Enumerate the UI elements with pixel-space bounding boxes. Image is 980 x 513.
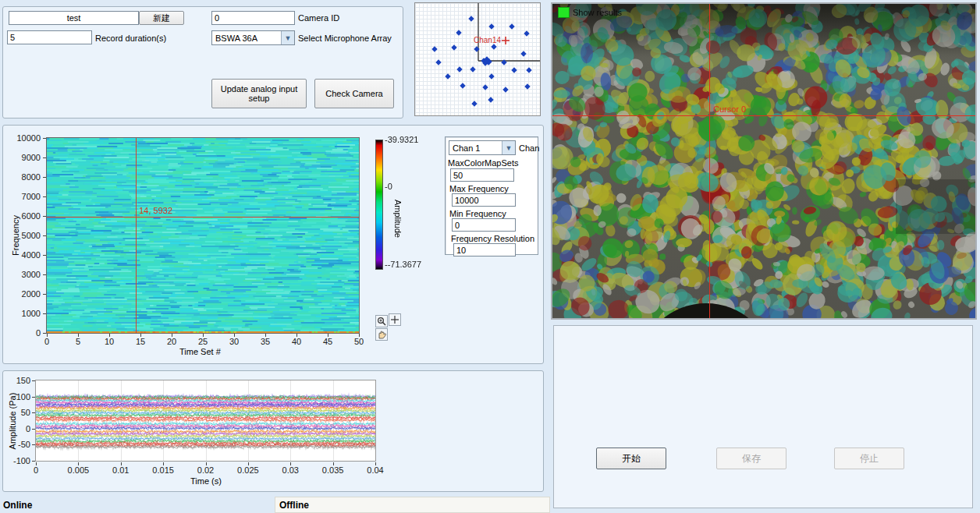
spectrogram-cursor-readout: 14, 5932 [139,206,172,215]
save-button[interactable]: 保存 [716,448,786,469]
frequency-resolution-input[interactable] [453,243,516,256]
pan-hand-tool-icon[interactable] [375,328,388,341]
waveform-y-tick-label: -100 [3,456,30,465]
colorbar-axis-label: Amplitude [393,200,403,238]
mic-point [520,51,526,56]
spectrogram-y-tick-label: 2000 [3,289,41,299]
mic-point [502,87,508,92]
spectrogram-y-tick-label: 9000 [3,153,41,162]
amplitude-colorbar [375,140,383,270]
spectrogram-image[interactable] [47,138,359,333]
mic-point [509,23,514,29]
camera-view[interactable]: Cursor 0 Show results [551,2,977,320]
max-colormap-input[interactable] [450,168,514,182]
frequency-resolution-label: Frequency Resolution [451,234,534,243]
spectrogram-x-tick-label: 0 [35,337,59,346]
check-camera-button[interactable]: Check Camera [314,79,394,108]
mic-point [488,97,493,102]
camera-cursor-vline[interactable] [709,4,710,318]
mic-point [488,73,494,79]
chevron-down-icon[interactable]: ▼ [281,31,294,44]
waveform-plot[interactable] [36,380,375,461]
start-button[interactable]: 开始 [596,448,666,469]
spectrogram-y-tick [43,313,46,314]
mic-point [470,66,475,72]
waveform-y-axis-label: Amplitude (Pa) [8,390,17,452]
max-frequency-input[interactable] [452,193,516,207]
spectrogram-y-tick [43,294,46,295]
spectrogram-x-tick-label: 5 [66,337,90,346]
channel-controls-box: Chan 1 ▼ Chan MaxColorMapSets Max Freque… [445,136,538,255]
waveform-y-tick [32,380,35,381]
spectrogram-x-tick [359,334,360,337]
waveform-x-tick-label: 0.01 [105,465,137,475]
camera-cursor-hline[interactable] [552,115,975,116]
crosshair-tool-icon[interactable] [389,313,401,326]
waveform-x-tick-label: 0.005 [62,465,94,475]
update-analog-input-button[interactable]: Update analog input setup [211,79,307,108]
waveform-x-tick-label: 0.02 [190,465,222,475]
spectrogram-x-tick [234,334,235,337]
spectrogram-x-tick-label: 35 [254,337,277,346]
max-frequency-label: Max Frequency [449,184,509,193]
spectrogram-y-tick [43,177,46,178]
show-results-indicator[interactable] [558,7,570,18]
min-frequency-input[interactable] [452,218,516,232]
mic-point [431,46,437,51]
spectrogram-y-tick [43,333,46,334]
spectrogram-x-tick [265,334,266,337]
channel-dropdown[interactable]: Chan 1 ▼ [449,140,516,155]
waveform-x-tick-label: 0 [20,465,51,475]
camera-id-input[interactable] [211,11,295,25]
spectrogram-y-tick [43,138,46,139]
mic-array-plot[interactable]: Chan14 [414,2,541,116]
spectrogram-y-tick [43,255,46,256]
spectrogram-x-tick [78,334,79,337]
new-session-button[interactable]: 新建 [139,11,184,25]
chevron-down-icon[interactable]: ▼ [502,141,515,154]
acoustic-camera-app: { "setup_panel": { "session_value": "tes… [0,0,980,513]
spectrogram-x-tick [172,334,172,337]
spectrogram-x-tick [203,334,204,337]
spectrogram-y-tick [43,274,46,275]
stop-button[interactable]: 停止 [834,448,904,469]
waveform-y-tick-label: 150 [3,376,30,385]
waveform-y-tick [32,397,35,398]
offline-status-strip: Offline [275,497,550,513]
mic-point [524,30,529,36]
waveform-x-tick-label: 0.04 [360,465,391,475]
zoom-tool-icon[interactable] [375,315,388,327]
channel-dropdown-value: Chan 1 [449,143,502,154]
spectrogram-y-tick-label: 4000 [3,250,41,260]
waveform-x-tick [206,462,207,465]
waveform-y-tick [32,461,35,462]
spectrogram-x-tick-label: 15 [129,337,152,346]
mic-array-value: BSWA 36A [212,33,281,44]
waveform-x-tick-label: 0.03 [275,465,306,475]
mic-point [468,16,474,21]
spectrogram-x-tick [140,334,141,337]
mic-array-scatter: Chan14 [415,3,540,115]
colorbar-min-label: --71.3677 [385,260,421,269]
mic-cursor-label: Chan14 [474,36,501,44]
colorbar-mid-label: -0 [385,182,392,191]
mic-point [524,83,530,89]
spectrogram-x-tick [328,334,328,337]
online-status-label: Online [3,500,32,511]
record-duration-input[interactable] [7,30,92,44]
waveform-x-tick [36,462,37,465]
spectrogram-y-tick-label: 8000 [3,172,41,182]
spectrogram-x-tick-label: 30 [222,337,246,346]
spectrogram-x-tick-label: 25 [191,337,215,346]
waveform-y-tick [32,429,35,430]
record-duration-label: Record duration(s) [95,34,166,43]
session-name-input[interactable] [9,11,139,25]
mic-array-dropdown[interactable]: BSWA 36A ▼ [211,30,295,45]
spectrogram-x-tick-label: 45 [316,337,339,346]
spectrogram-y-tick-label: 3000 [3,270,41,279]
show-results-label: Show results [573,8,622,17]
spectrogram-y-tick [43,157,46,158]
camera-cursor-label: Cursor 0 [713,104,746,114]
mic-point [456,30,461,35]
spectrogram-x-tick [109,334,110,337]
